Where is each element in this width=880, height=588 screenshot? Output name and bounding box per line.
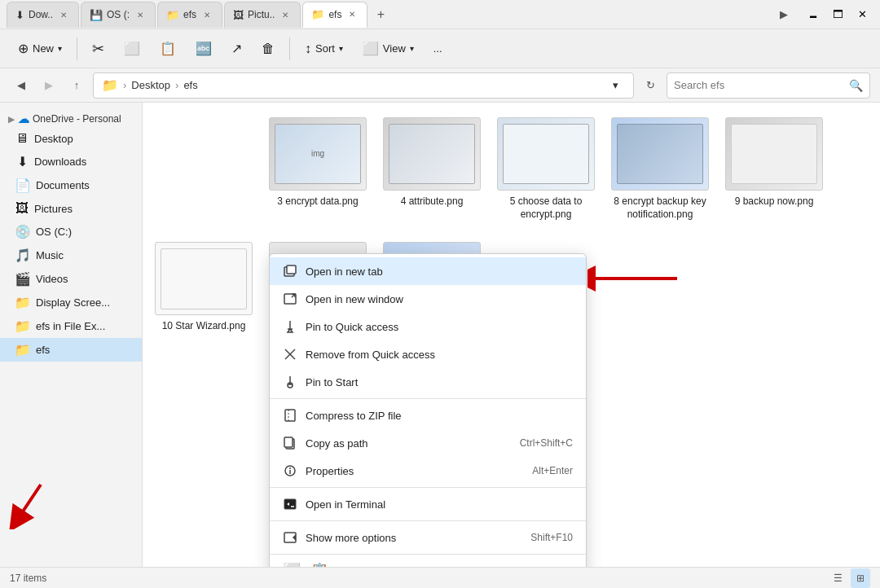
context-menu-show-more-options[interactable]: Show more options Shift+F10 (270, 524, 586, 551)
file-name: 4 attribute.png (401, 195, 464, 208)
minimize-button[interactable]: 🗕 (802, 3, 825, 26)
tab-efs[interactable]: 📁 efs ✕ (157, 2, 222, 28)
bottom-paste-icon[interactable]: 📋 (310, 562, 328, 567)
file-thumbnail (155, 242, 253, 315)
view-button[interactable]: ⬜ View ▾ (354, 34, 422, 64)
svg-rect-2 (287, 265, 296, 274)
toolbar-sep-1 (77, 37, 77, 60)
breadcrumb-dropdown[interactable]: ▾ (605, 76, 625, 95)
remove-quick-access-icon (283, 347, 297, 362)
context-menu-remove-quick-access[interactable]: Remove from Quick access (270, 340, 586, 368)
list-view-button[interactable]: ☰ (828, 568, 847, 588)
sidebar-item-desktop[interactable]: 🖥 Desktop (0, 127, 142, 150)
sidebar-item-os[interactable]: 💿 OS (C:) (0, 220, 142, 244)
file-thumbnail (383, 117, 481, 191)
context-menu-sep-3 (270, 520, 586, 521)
sidebar-item-pictures[interactable]: 🖼 Pictures (0, 197, 142, 220)
list-item[interactable]: 9 backup now.png (721, 111, 827, 227)
tab-pictures[interactable]: 🖼 Pictu.. ✕ (224, 2, 301, 28)
list-item[interactable]: 4 attribute.png (379, 111, 485, 227)
tab-efs-close[interactable]: ✕ (200, 8, 213, 21)
refresh-button[interactable]: ↻ (639, 74, 662, 97)
copy-path-shortcut: Ctrl+Shift+C (520, 437, 573, 449)
tab-efs-icon: 📁 (166, 9, 179, 21)
tab-efs2-icon: 📁 (311, 8, 324, 20)
show-more-options-shortcut: Shift+F10 (530, 532, 573, 543)
more-button[interactable]: ... (425, 34, 451, 64)
breadcrumb-desktop[interactable]: Desktop (131, 79, 170, 91)
maximize-button[interactable]: 🗖 (826, 3, 849, 26)
paste-button[interactable]: 📋 (152, 34, 184, 64)
sidebar-item-downloads[interactable]: ⬇ Downloads (0, 150, 142, 173)
up-button[interactable]: ↑ (65, 74, 88, 97)
desktop-icon: 🖥 (15, 131, 29, 146)
grid-view-button[interactable]: ⊞ (851, 568, 870, 588)
forward-button[interactable]: ▶ (37, 74, 60, 97)
tab-downloads[interactable]: ⬇ Dow.. ✕ (7, 2, 79, 28)
list-item[interactable]: img 3 encrypt data.png (265, 111, 371, 227)
context-menu-compress-zip[interactable]: Compress to ZIP file (270, 402, 586, 429)
tab-efs2[interactable]: 📁 efs ✕ (302, 2, 367, 28)
file-name: 5 choose data to encrypt.png (499, 195, 592, 221)
new-label: New (33, 42, 54, 55)
new-button[interactable]: ⊕ New ▾ (10, 34, 70, 64)
context-menu-open-new-window[interactable]: Open in new window (270, 285, 586, 313)
content-area[interactable]: img 3 encrypt data.png 4 attribute.png 5… (143, 103, 880, 567)
sidebar-item-documents[interactable]: 📄 Documents (0, 173, 142, 197)
context-menu-pin-quick-access[interactable]: Pin to Quick access (270, 313, 586, 340)
search-box[interactable]: 🔍 (667, 72, 870, 99)
breadcrumb-efs[interactable]: efs (183, 79, 197, 91)
context-menu-copy-path[interactable]: Copy as path Ctrl+Shift+C (270, 429, 586, 457)
svg-rect-10 (284, 437, 293, 447)
more-icon: ... (433, 42, 442, 55)
open-terminal-label: Open in Terminal (306, 498, 573, 511)
list-item[interactable]: 8 encrypt backup key notification.png (607, 111, 713, 227)
view-chevron-icon: ▾ (410, 44, 414, 53)
context-menu-properties[interactable]: Properties Alt+Enter (270, 457, 586, 485)
list-item[interactable]: 10 Star Wizard.png (151, 235, 257, 340)
tab-os[interactable]: 💾 OS (: ✕ (81, 2, 156, 28)
tab-os-close[interactable]: ✕ (134, 8, 147, 21)
close-button[interactable]: ✕ (851, 3, 873, 26)
sort-button[interactable]: ↕ Sort ▾ (297, 34, 351, 64)
delete-button[interactable]: 🗑 (253, 34, 283, 64)
sidebar-item-display-label: Display Scree... (36, 296, 110, 309)
open-new-tab-icon (283, 264, 297, 279)
context-menu: Open in new tab Open in new window (269, 253, 587, 567)
copy-button[interactable]: ⬜ (116, 34, 148, 64)
copy-path-icon (283, 436, 297, 450)
tab-pictures-close[interactable]: ✕ (279, 8, 292, 21)
context-menu-sep-2 (270, 487, 586, 488)
cut-button[interactable]: ✂ (84, 34, 112, 64)
bottom-copy-icon[interactable]: ⬜ (283, 562, 301, 567)
sidebar-item-videos[interactable]: 🎬 Videos (0, 267, 142, 291)
onedrive-icon: ☁ (18, 112, 29, 125)
search-input[interactable] (674, 79, 846, 91)
sidebar-item-display[interactable]: 📁 Display Scree... (0, 291, 142, 314)
file-thumbnail (497, 117, 595, 191)
new-tab-button[interactable]: + (369, 3, 392, 26)
file-name: 10 Star Wizard.png (162, 320, 246, 333)
sidebar-item-os-label: OS (C:) (36, 226, 72, 238)
context-menu-open-terminal[interactable]: Open in Terminal (270, 490, 586, 518)
back-button[interactable]: ◀ (10, 74, 33, 97)
sidebar-item-efs-in-file-ex[interactable]: 📁 efs in File Ex... (0, 314, 142, 338)
list-item[interactable]: 5 choose data to encrypt.png (493, 111, 599, 227)
sidebar-item-music[interactable]: 🎵 Music (0, 244, 142, 267)
efs-in-file-ex-icon: 📁 (15, 318, 31, 334)
efs-icon: 📁 (15, 342, 31, 358)
context-menu-bottom-icons: ⬜ 📋 (270, 557, 586, 567)
rename-button[interactable]: 🔤 (187, 34, 220, 64)
sidebar-item-desktop-label: Desktop (34, 133, 73, 145)
view-toggle: ☰ ⊞ (828, 568, 870, 588)
tab-efs2-close[interactable]: ✕ (345, 8, 359, 21)
view-label: View (383, 42, 406, 55)
tab-scroll-right[interactable]: ▶ (772, 3, 795, 26)
context-menu-pin-start[interactable]: Pin to Start (270, 368, 586, 396)
sidebar-item-efs[interactable]: 📁 efs (0, 338, 142, 362)
tab-downloads-close[interactable]: ✕ (57, 8, 70, 21)
share-button[interactable]: ↗ (223, 34, 250, 64)
context-menu-open-new-tab[interactable]: Open in new tab (270, 257, 586, 285)
sort-icon: ↕ (305, 42, 311, 56)
breadcrumb[interactable]: 📁 › Desktop › efs ▾ (93, 72, 634, 99)
